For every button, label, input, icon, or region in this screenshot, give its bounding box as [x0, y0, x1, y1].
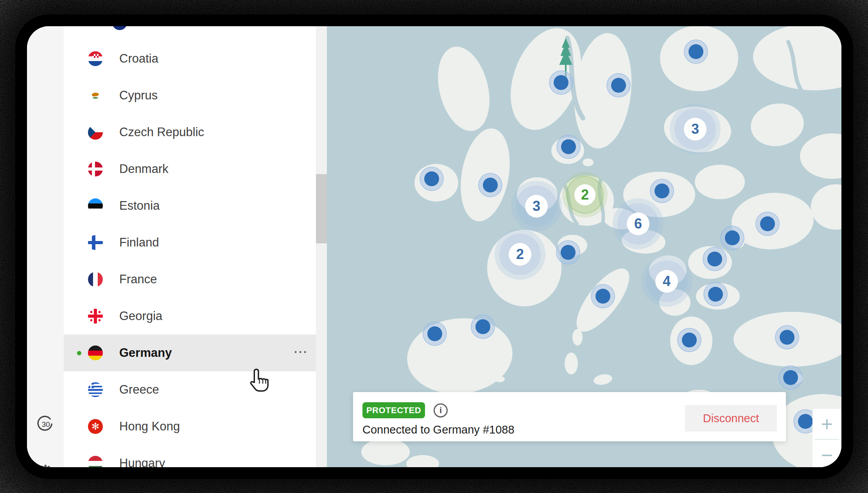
country-row-cy[interactable]: Cyprus [64, 77, 316, 114]
country-row-gr[interactable]: Greece [64, 371, 316, 408]
info-icon[interactable]: i [434, 403, 448, 417]
dot-core [707, 252, 722, 266]
hr-flag-icon [88, 51, 103, 66]
cluster-bubble: 2 [574, 184, 595, 205]
pause-timer-icon[interactable]: 30 [27, 413, 64, 435]
country-label: Hungary [119, 456, 165, 467]
dot-core [475, 319, 490, 334]
dot-core [427, 326, 442, 341]
cluster-count: 3 [691, 121, 699, 137]
cluster-count: 4 [663, 273, 671, 290]
dot-core [424, 171, 439, 186]
country-list-panel: CroatiaCyprusCzech RepublicDenmarkEstoni… [64, 26, 327, 467]
country-row-cz[interactable]: Czech Republic [64, 114, 316, 151]
timer-label: 30 [42, 420, 50, 428]
map-panel[interactable]: 323624 PROTECTED i Connected to Germany … [327, 26, 841, 467]
connected-indicator-dot [77, 351, 81, 355]
country-label: Cyprus [119, 88, 158, 103]
scrollbar-thumb[interactable] [316, 174, 327, 243]
dot-core [611, 78, 626, 93]
dot-core [783, 370, 798, 385]
cluster-count: 6 [634, 216, 642, 232]
cluster-bubble: 6 [627, 212, 649, 235]
screenshot-stage: { "app": { "description": "NordVPN conne… [0, 0, 868, 493]
hk-flag-icon [88, 419, 103, 434]
country-label: Estonia [119, 199, 160, 213]
country-row-fr[interactable]: France [64, 261, 316, 298]
country-label: Czech Republic [119, 125, 204, 139]
cluster-bubble: 3 [684, 118, 707, 140]
country-label: Denmark [119, 162, 169, 176]
dot-core [760, 216, 775, 231]
country-label: Croatia [119, 52, 158, 66]
country-row-hk[interactable]: Hong Kong [64, 408, 316, 445]
cluster-count: 3 [533, 198, 540, 214]
nordvpn-window: 30 ⚙ CroatiaCyprusCzech RepublicDenmarkE… [27, 26, 841, 467]
cz-flag-icon [88, 125, 103, 140]
country-row-fi[interactable]: Finland [64, 224, 316, 261]
country-label: Greece [119, 383, 159, 397]
country-label: Georgia [119, 309, 162, 323]
de-flag-icon [88, 345, 103, 360]
country-list-items: CroatiaCyprusCzech RepublicDenmarkEstoni… [64, 40, 316, 467]
hand-cursor-icon [248, 367, 272, 396]
country-row-ge[interactable]: Georgia [64, 298, 316, 335]
gr-flag-icon [88, 382, 103, 397]
dot-core [682, 333, 697, 347]
connection-text: Connected to Germany #1088 [362, 423, 515, 436]
left-icon-rail: 30 ⚙ [27, 26, 64, 467]
fr-flag-icon [88, 272, 103, 287]
cluster-count: 2 [516, 246, 524, 263]
country-label: Germany [119, 346, 172, 360]
country-row-de[interactable]: Germany⋯ [64, 335, 316, 371]
connection-status-bar: PROTECTED i Connected to Germany #1088 D… [353, 392, 786, 441]
country-row-hr[interactable]: Croatia [64, 40, 316, 77]
cluster-bubble: 3 [525, 195, 548, 218]
dot-core [595, 289, 610, 304]
ge-flag-icon [88, 309, 103, 324]
cluster-bubble: 4 [655, 270, 678, 293]
zoom-in-button[interactable]: + [812, 409, 841, 439]
dot-core [798, 414, 813, 429]
dot-core [725, 230, 740, 245]
country-label: Hong Kong [119, 419, 180, 434]
hu-flag-icon [88, 456, 103, 467]
dot-core [708, 287, 723, 302]
country-row-dk[interactable]: Denmark [64, 151, 316, 187]
disconnect-button[interactable]: Disconnect [685, 405, 777, 432]
country-row-hu[interactable]: Hungary [64, 445, 316, 467]
row-options-ellipsis[interactable]: ⋯ [293, 344, 308, 360]
dot-core [561, 245, 576, 260]
cluster-bubble: 2 [509, 243, 531, 266]
dot-core [689, 44, 703, 59]
dot-core [780, 330, 794, 345]
dot-core [483, 178, 498, 193]
fi-flag-icon [88, 235, 103, 250]
cy-flag-icon [88, 88, 103, 103]
country-label: France [119, 272, 157, 286]
dot-core [554, 75, 569, 90]
dot-core [561, 139, 576, 154]
country-label: Finland [119, 236, 159, 250]
cluster-count: 2 [581, 187, 589, 203]
dot-core [655, 184, 669, 198]
country-row-ee[interactable]: Estonia [64, 187, 316, 224]
protected-badge: PROTECTED [362, 402, 425, 418]
partial-flag-icon [112, 26, 127, 30]
dk-flag-icon [88, 162, 103, 176]
ee-flag-icon [88, 198, 103, 213]
sidebar-scrollbar[interactable] [316, 26, 327, 467]
